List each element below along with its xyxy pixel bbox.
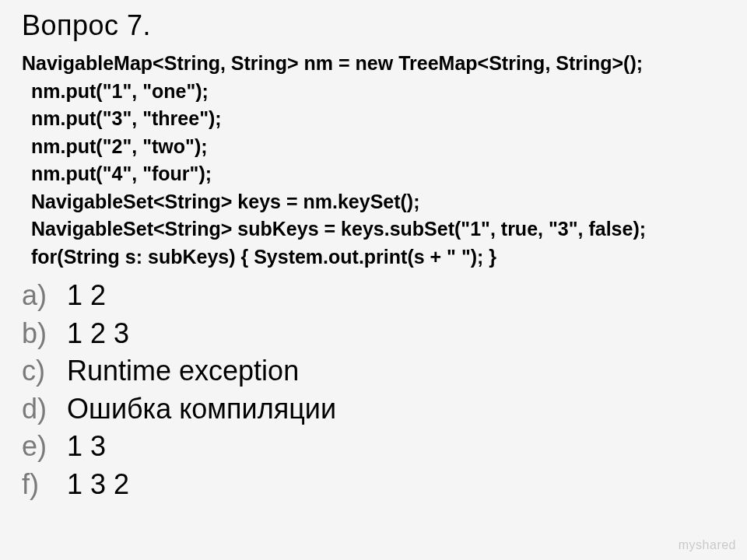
question-title: Вопрос 7. [22,9,731,42]
option-letter: c) [22,352,67,390]
option-text: 1 3 [67,428,106,466]
option-text: 1 2 3 [67,315,129,353]
option-text: Runtime exception [67,352,299,390]
code-line: nm.put("3", "three"); [31,105,731,133]
code-line: NavigableSet<String> subKeys = keys.subS… [31,215,731,243]
option-b: b) 1 2 3 [22,315,731,353]
code-block: NavigableMap<String, String> nm = new Tr… [22,50,731,271]
option-d: d) Ошибка компиляции [22,390,731,429]
option-text: 1 2 [67,277,106,315]
code-line: nm.put("1", "one"); [31,78,731,106]
option-e: e) 1 3 [22,428,731,466]
answer-options: a) 1 2 b) 1 2 3 c) Runtime exception d) … [22,277,731,504]
option-text: Ошибка компиляции [67,390,336,429]
option-letter: e) [22,428,67,466]
code-line: NavigableMap<String, String> nm = new Tr… [22,50,731,78]
option-letter: f) [22,466,67,504]
code-line: for(String s: subKeys) { System.out.prin… [31,243,731,271]
option-f: f) 1 3 2 [22,466,731,504]
option-text: 1 3 2 [67,466,129,504]
watermark: myshared [679,538,736,552]
option-letter: a) [22,277,67,315]
option-letter: b) [22,315,67,353]
code-line: nm.put("2", "two"); [31,133,731,161]
code-line: nm.put("4", "four"); [31,160,731,188]
option-a: a) 1 2 [22,277,731,315]
option-letter: d) [22,390,67,429]
option-c: c) Runtime exception [22,352,731,390]
code-line: NavigableSet<String> keys = nm.keySet(); [31,188,731,216]
slide: Вопрос 7. NavigableMap<String, String> n… [0,0,747,513]
